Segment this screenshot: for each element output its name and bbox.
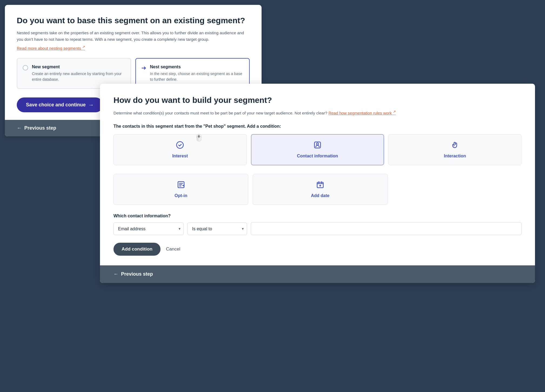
email-address-select[interactable]: Email address First name Last name Phone… [113, 222, 184, 235]
card-back-title: Do you want to base this segment on an e… [17, 16, 250, 25]
card-back-description: Nested segments take on the properties o… [17, 30, 250, 43]
which-contact-label: Which contact information? [113, 214, 521, 218]
filter-row: Email address First name Last name Phone… [113, 222, 521, 235]
nest-segments-desc: In the next step, choose an existing seg… [150, 71, 244, 82]
card-front-title: How do you want to build your segment? [113, 96, 521, 105]
external-link-icon: ↗ [82, 45, 85, 49]
svg-point-2 [316, 143, 319, 145]
condition-type-select-wrapper: Is equal to Is not equal to Contains Doe… [188, 222, 247, 235]
nest-segments-content: Nest segments In the next step, choose a… [150, 65, 244, 82]
condition-grid-row1: Interest Contact information Interactio [113, 134, 521, 165]
add-date-label: Add date [311, 193, 329, 198]
external-link-icon-front: ↗ [393, 110, 396, 114]
opt-in-card[interactable]: Opt-in [113, 174, 248, 205]
action-row: Add condition Cancel [113, 243, 521, 256]
add-date-icon [316, 181, 324, 191]
filter-value-input[interactable] [251, 222, 521, 235]
nesting-segments-link[interactable]: Read more about nesting segments ↗ [17, 45, 85, 50]
condition-type-select[interactable]: Is equal to Is not equal to Contains Doe… [188, 222, 247, 235]
prev-step-label-back[interactable]: Previous step [24, 125, 56, 131]
cancel-button[interactable]: Cancel [166, 246, 180, 252]
condition-instruction-label: The contacts in this segment start from … [113, 124, 521, 129]
condition-grid-row2: Opt-in Add date [113, 174, 388, 205]
contact-information-icon [313, 141, 322, 151]
interaction-card[interactable]: Interaction [388, 134, 521, 165]
add-date-card[interactable]: Add date [253, 174, 387, 205]
card-front: How do you want to build your segment? D… [100, 84, 535, 283]
save-arrow-icon: → [88, 102, 94, 108]
interaction-icon [451, 141, 459, 151]
email-address-select-wrapper: Email address First name Last name Phone… [113, 222, 184, 235]
contact-information-card[interactable]: Contact information [251, 134, 384, 165]
prev-step-bar-front: ← Previous step [100, 265, 535, 283]
interest-label: Interest [172, 154, 188, 158]
interaction-label: Interaction [444, 154, 466, 158]
prev-arrow-icon-back: ← [17, 125, 22, 131]
new-segment-content: New segment Create an entirely new audie… [32, 65, 125, 82]
interest-card[interactable]: Interest [113, 134, 247, 165]
new-segment-radio[interactable] [23, 65, 28, 70]
prev-arrow-icon-front: ← [113, 271, 118, 277]
contact-information-label: Contact information [297, 154, 338, 158]
add-condition-button[interactable]: Add condition [113, 243, 161, 256]
svg-point-0 [177, 142, 183, 148]
interest-icon [176, 141, 184, 151]
new-segment-desc: Create an entirely new audience by start… [32, 71, 125, 82]
segmentation-rules-link[interactable]: Read how segmentation rules work ↗ [328, 111, 396, 115]
card-front-description: Determine what condition(s) your contact… [113, 109, 521, 116]
new-segment-title: New segment [32, 65, 125, 69]
opt-in-icon [177, 181, 185, 191]
nest-segments-title: Nest segments [150, 65, 244, 69]
prev-step-label-front[interactable]: Previous step [121, 271, 153, 277]
save-choice-button[interactable]: Save choice and continue → [17, 97, 103, 112]
nest-icon: ➜ [141, 65, 146, 72]
opt-in-label: Opt-in [175, 193, 187, 198]
